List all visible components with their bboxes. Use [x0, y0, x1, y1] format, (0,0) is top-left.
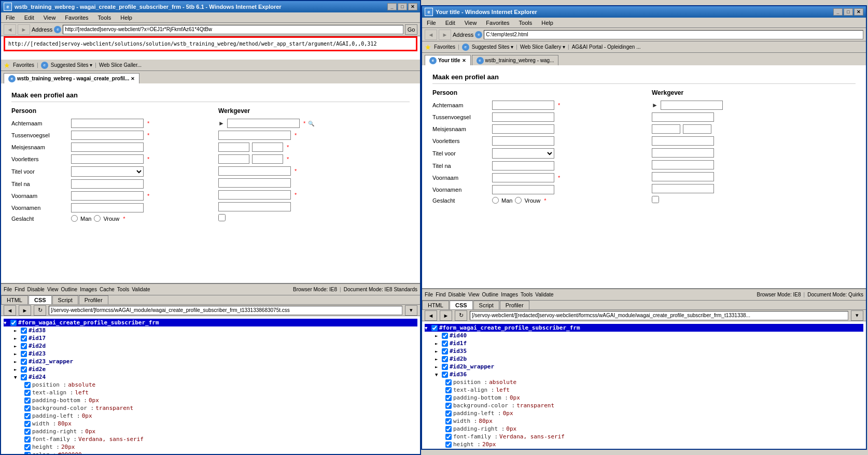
dt-tab-script[interactable]: Script [52, 295, 78, 304]
css-cb-bgcolor[interactable] [24, 405, 31, 411]
right-menu-tools[interactable]: Tools [517, 19, 535, 26]
input-toev[interactable] [252, 143, 283, 152]
dt-images[interactable]: Images [80, 287, 97, 292]
input-voornaam[interactable] [71, 191, 144, 201]
css-cb-height[interactable] [24, 444, 31, 450]
input-werkgever[interactable] [227, 119, 300, 128]
right-input-tussenvoegsel[interactable] [492, 112, 554, 122]
radio-man[interactable] [71, 215, 78, 222]
dt-validate[interactable]: Validate [132, 287, 150, 292]
werkgever-search-icon[interactable]: 🔍 [308, 121, 314, 126]
left-tab-1[interactable]: e wstb_training_webreg - wagai_create_pr… [4, 73, 139, 83]
menu-favorites[interactable]: Favorites [63, 14, 90, 21]
expand-arrow-2d[interactable]: ► [14, 344, 19, 349]
right-select-titelv[interactable] [492, 148, 554, 159]
right-input-voornamen[interactable] [492, 185, 554, 194]
dt-back-btn[interactable]: ◄ [4, 305, 16, 316]
rdt-images[interactable]: Images [501, 292, 518, 297]
rdt-cb-w[interactable] [445, 418, 452, 424]
right-input-vestiging[interactable] [652, 112, 714, 122]
dt-file[interactable]: File [4, 287, 12, 292]
dt-dropdown-btn[interactable]: ▾ [405, 305, 417, 316]
rdt-cb-ff[interactable] [445, 434, 452, 440]
right-tab-wstb[interactable]: e wstb_training_webreg - wag... [472, 55, 559, 65]
css-cb-textalign[interactable] [24, 390, 31, 396]
rdt-file[interactable]: File [425, 292, 433, 297]
right-address-input[interactable] [484, 30, 863, 39]
dt-disable[interactable]: Disable [27, 287, 45, 292]
input-postcode[interactable] [218, 154, 249, 164]
css-id23[interactable]: ► #id23 [4, 350, 417, 358]
dt-tab-css[interactable]: CSS [29, 295, 52, 304]
right-forward-button[interactable]: ► [439, 30, 451, 40]
right-menu-view[interactable]: View [463, 19, 479, 26]
right-input-titeln[interactable] [492, 161, 554, 170]
rdt-tab-css[interactable]: CSS [450, 301, 473, 309]
css-checkbox-23[interactable] [21, 351, 27, 357]
right-menu-help[interactable]: Help [539, 19, 555, 26]
back-button[interactable]: ◄ [4, 24, 16, 35]
right-input-postcode[interactable] [652, 136, 714, 146]
css-checkbox-2e[interactable] [21, 366, 27, 373]
css-selector-item[interactable]: ▼ #form_wagai_create_profile_subscriber_… [4, 319, 417, 326]
rdt-collapse-arrow[interactable]: ▼ [425, 325, 430, 331]
rdt-cb-ta[interactable] [445, 387, 452, 393]
menu-edit[interactable]: Edit [22, 14, 36, 21]
maximize-button[interactable]: □ [398, 3, 407, 10]
rdt-cb-35[interactable] [442, 348, 448, 354]
menu-file[interactable]: File [4, 14, 17, 21]
right-fav-agentai[interactable]: AG&AI Portal - Opleidingen ... [572, 44, 641, 50]
right-radio-man[interactable] [492, 197, 499, 204]
rdt-expand-1f[interactable]: ► [435, 341, 440, 346]
expand-arrow-17[interactable]: ► [14, 336, 19, 341]
close-button[interactable]: ✕ [408, 3, 417, 10]
css-id2e[interactable]: ► #id2e [4, 365, 417, 373]
right-menu-file[interactable]: File [425, 19, 438, 26]
rdt-expand-2bw[interactable]: ► [435, 364, 440, 369]
css-checkbox-2d[interactable] [21, 343, 27, 349]
rdt-css-id2b[interactable]: ► #id2b [425, 355, 863, 363]
rdt-fwd-btn[interactable]: ► [440, 310, 452, 321]
input-plaats[interactable] [252, 154, 283, 164]
right-menu-edit[interactable]: Edit [443, 19, 457, 26]
rdt-disable[interactable]: Disable [449, 292, 466, 297]
right-checkbox-verplicht[interactable] [652, 196, 659, 203]
css-cb-paddingright[interactable] [24, 429, 31, 435]
expand-arrow-23[interactable]: ► [14, 351, 19, 357]
input-fax[interactable] [218, 178, 291, 188]
rdt-cb-2bw[interactable] [442, 364, 448, 370]
radio-vrouw[interactable] [94, 215, 101, 222]
rdt-cb-2b[interactable] [442, 356, 448, 362]
right-close-button[interactable]: ✕ [854, 8, 863, 16]
rdt-expand-35[interactable]: ► [435, 349, 440, 354]
css-id17[interactable]: ► #id17 [4, 334, 417, 342]
right-input-telefoon[interactable] [652, 148, 714, 158]
right-menu-favorites[interactable]: Favorites [484, 19, 511, 26]
input-titeln[interactable] [71, 179, 144, 189]
rdt-cb-1f[interactable] [442, 340, 448, 347]
css-id2d[interactable]: ► #id2d [4, 342, 417, 350]
expand-arrow-24[interactable]: ▼ [14, 375, 19, 380]
right-back-button[interactable]: ◄ [425, 30, 437, 40]
right-tab-your-title[interactable]: e Your title ✕ [425, 55, 471, 65]
dt-outline[interactable]: Outline [61, 287, 77, 292]
minimize-button[interactable]: _ [387, 3, 397, 10]
right-radio-vrouw[interactable] [515, 197, 522, 204]
css-checkbox-23w[interactable] [21, 359, 27, 365]
rdt-cb-40[interactable] [442, 333, 448, 339]
right-input-fax[interactable] [652, 160, 714, 169]
fav-suggested[interactable]: Suggested Sites ▾ [51, 62, 93, 68]
rdt-cb-36[interactable] [442, 372, 448, 378]
rdt-outline[interactable]: Outline [482, 292, 498, 297]
css-cb-paddingbottom[interactable] [24, 397, 31, 404]
css-cb-position[interactable] [24, 382, 31, 388]
rdt-view[interactable]: View [468, 292, 480, 297]
rdt-expand-40[interactable]: ► [435, 333, 440, 338]
rdt-css-id36[interactable]: ▼ #id36 [425, 371, 863, 378]
rdt-validate[interactable]: Validate [535, 292, 553, 297]
rdt-cb-h[interactable] [445, 442, 452, 448]
rdt-css-cb-form[interactable] [431, 325, 438, 331]
input-tussenvoegsel[interactable] [71, 131, 144, 140]
right-input-toev[interactable] [683, 124, 711, 134]
menu-help[interactable]: Help [118, 14, 134, 21]
